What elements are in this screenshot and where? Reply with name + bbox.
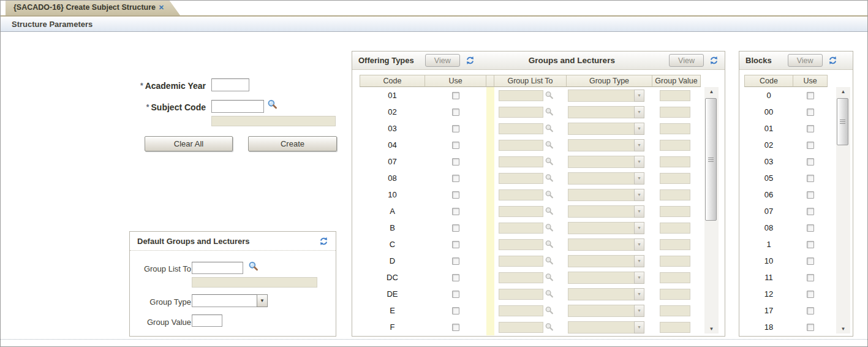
close-icon[interactable]: ✕ (159, 0, 164, 15)
blocks-table-header: Code Use (744, 75, 828, 87)
search-icon (545, 207, 554, 216)
chevron-down-icon: ▼ (634, 106, 644, 118)
subject-code-input[interactable] (211, 100, 264, 113)
subject-code-label-text: Subject Code (151, 102, 206, 112)
group-value-cell (652, 170, 701, 186)
use-checkbox[interactable] (807, 175, 814, 182)
use-checkbox[interactable] (807, 291, 814, 298)
refresh-icon[interactable] (466, 56, 475, 65)
groups-view-button[interactable]: View (669, 54, 704, 67)
group-type-dropdown[interactable]: ▼ (192, 294, 268, 307)
table-row: 10 ▼ (360, 186, 701, 203)
use-checkbox[interactable] (452, 291, 459, 298)
group-type-cell: ▼ (567, 104, 652, 120)
dropdown-field (568, 238, 634, 251)
group-value-input (660, 223, 690, 234)
group-value-input[interactable] (192, 315, 222, 327)
dropdown-field (568, 189, 634, 201)
use-checkbox[interactable] (807, 307, 814, 315)
group-list-to-input (499, 206, 543, 217)
use-checkbox[interactable] (807, 241, 814, 248)
search-icon[interactable] (267, 99, 278, 113)
scrollbar-track[interactable] (836, 96, 850, 324)
use-checkbox[interactable] (452, 109, 459, 116)
search-icon (545, 174, 554, 183)
scrollbar-thumb[interactable] (705, 98, 717, 221)
scroll-up-icon[interactable]: ▲ (704, 87, 719, 96)
table-row: 12 (744, 286, 828, 302)
row-code: 02 (360, 104, 425, 120)
tab-bar: {SACADO-16} Create Subject Structure ✕ (1, 1, 867, 17)
use-checkbox[interactable] (807, 324, 814, 331)
use-checkbox[interactable] (452, 208, 459, 215)
use-cell (425, 137, 486, 153)
group-value-cell (652, 286, 701, 302)
use-checkbox[interactable] (807, 274, 814, 281)
offering-view-button[interactable]: View (425, 54, 460, 67)
scroll-up-icon[interactable]: ▲ (836, 87, 850, 96)
row-code: 07 (744, 203, 793, 219)
use-checkbox[interactable] (452, 307, 459, 315)
scrollbar-thumb[interactable] (837, 98, 848, 145)
tab-create-subject-structure[interactable]: {SACADO-16} Create Subject Structure ✕ (6, 0, 180, 15)
use-checkbox[interactable] (807, 125, 814, 132)
tab-title: {SACADO-16} Create Subject Structure (13, 3, 156, 12)
group-type-cell: ▼ (567, 87, 652, 104)
vertical-scrollbar[interactable]: ▲ ▼ (704, 87, 719, 334)
use-checkbox[interactable] (452, 224, 459, 232)
table-row: D ▼ (360, 253, 701, 269)
use-checkbox[interactable] (807, 208, 814, 215)
use-checkbox[interactable] (452, 324, 459, 331)
row-code: 05 (744, 170, 793, 186)
group-value-input (660, 107, 690, 118)
create-button[interactable]: Create (248, 136, 337, 151)
use-checkbox[interactable] (452, 175, 459, 182)
group-list-to-cell (494, 137, 567, 153)
use-checkbox[interactable] (807, 224, 814, 232)
group-value-input (660, 272, 690, 283)
table-row: B ▼ (360, 219, 701, 236)
vertical-scrollbar[interactable]: ▲ ▼ (836, 87, 850, 334)
use-checkbox[interactable] (807, 257, 814, 265)
group-list-to-input[interactable] (192, 262, 243, 274)
group-list-to-input (499, 90, 543, 101)
refresh-icon[interactable] (828, 56, 837, 65)
table-row: 1 (744, 236, 828, 253)
use-checkbox[interactable] (452, 241, 459, 248)
use-checkbox[interactable] (807, 158, 814, 166)
group-value-input (660, 256, 690, 267)
use-checkbox[interactable] (807, 109, 814, 116)
clear-all-button[interactable]: Clear All (145, 136, 233, 151)
chevron-down-icon[interactable]: ▼ (257, 294, 268, 307)
use-checkbox[interactable] (452, 142, 459, 149)
use-checkbox[interactable] (452, 125, 459, 132)
scroll-down-icon[interactable]: ▼ (704, 324, 719, 334)
use-checkbox[interactable] (452, 92, 459, 99)
refresh-icon[interactable] (319, 237, 328, 246)
search-icon[interactable] (248, 261, 259, 275)
dropdown-field (568, 106, 634, 118)
chevron-down-icon: ▼ (634, 139, 644, 151)
academic-year-input[interactable] (211, 78, 249, 91)
group-value-cell (652, 302, 701, 319)
use-checkbox[interactable] (452, 274, 459, 281)
use-checkbox[interactable] (452, 191, 459, 199)
highlight-band (486, 219, 494, 236)
blocks-panel: Blocks View Code Use 0 00 (739, 51, 853, 337)
blocks-view-button[interactable]: View (788, 54, 823, 67)
table-row: 01 ▼ (360, 87, 701, 104)
use-checkbox[interactable] (452, 158, 459, 166)
scrollbar-track[interactable] (704, 96, 719, 324)
row-code: 08 (360, 170, 425, 186)
use-cell (793, 170, 828, 186)
search-icon (545, 157, 554, 167)
use-checkbox[interactable] (452, 257, 459, 265)
use-checkbox[interactable] (807, 191, 814, 199)
group-list-to-cell (494, 203, 567, 219)
use-checkbox[interactable] (807, 92, 814, 99)
bottom-separator (1, 339, 867, 340)
scroll-down-icon[interactable]: ▼ (836, 324, 850, 334)
refresh-icon[interactable] (709, 56, 719, 65)
group-type-cell: ▼ (567, 286, 652, 302)
use-checkbox[interactable] (807, 142, 814, 149)
